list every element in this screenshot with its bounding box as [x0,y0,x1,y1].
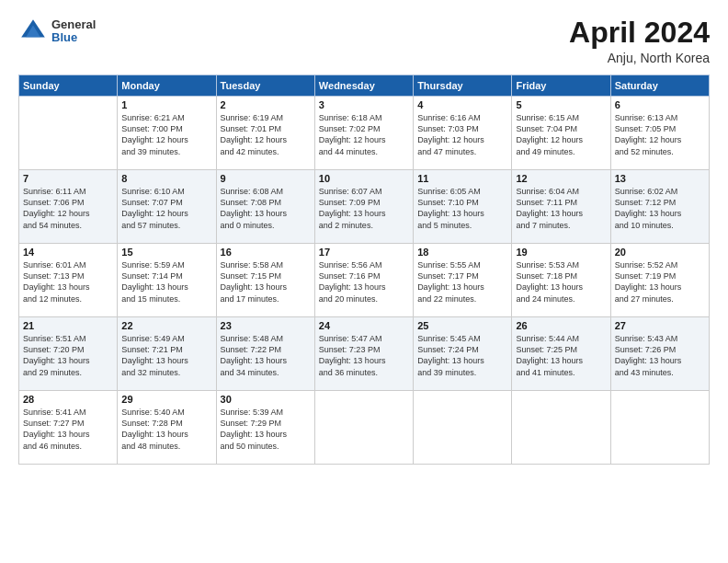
day-info: Sunrise: 6:04 AM Sunset: 7:11 PM Dayligh… [516,186,606,231]
date-number: 26 [516,320,606,331]
logo-blue-text: Blue [51,31,96,44]
day-info: Sunrise: 6:10 AM Sunset: 7:07 PM Dayligh… [121,186,211,231]
date-number: 14 [23,247,113,258]
date-number: 16 [221,247,311,258]
calendar-table: Sunday Monday Tuesday Wednesday Thursday… [18,75,710,465]
day-info: Sunrise: 6:05 AM Sunset: 7:10 PM Dayligh… [417,186,507,231]
date-number: 23 [221,320,311,331]
date-number: 19 [516,247,606,258]
logo-text: General Blue [51,18,96,45]
date-number: 1 [121,99,211,110]
day-info: Sunrise: 6:18 AM Sunset: 7:02 PM Dayligh… [319,112,409,157]
calendar-cell [512,391,610,465]
date-number: 7 [23,173,113,184]
calendar-cell: 7Sunrise: 6:11 AM Sunset: 7:06 PM Daylig… [19,170,118,244]
date-number: 21 [23,320,113,331]
day-info: Sunrise: 6:02 AM Sunset: 7:12 PM Dayligh… [615,186,705,231]
date-number: 5 [516,99,606,110]
date-number: 27 [615,320,705,331]
date-number: 10 [319,173,409,184]
calendar-cell: 19Sunrise: 5:53 AM Sunset: 7:18 PM Dayli… [512,244,610,317]
day-info: Sunrise: 6:16 AM Sunset: 7:03 PM Dayligh… [417,112,507,157]
date-number: 12 [516,173,606,184]
calendar-cell: 24Sunrise: 5:47 AM Sunset: 7:23 PM Dayli… [314,317,413,391]
day-info: Sunrise: 5:51 AM Sunset: 7:20 PM Dayligh… [23,333,113,378]
subtitle: Anju, North Korea [569,51,710,65]
day-info: Sunrise: 5:59 AM Sunset: 7:14 PM Dayligh… [121,259,211,304]
calendar-cell: 13Sunrise: 6:02 AM Sunset: 7:12 PM Dayli… [610,170,709,244]
week-row-4: 21Sunrise: 5:51 AM Sunset: 7:20 PM Dayli… [19,317,710,391]
col-monday: Monday [118,75,216,97]
calendar-cell: 14Sunrise: 6:01 AM Sunset: 7:13 PM Dayli… [19,244,118,317]
calendar-cell: 20Sunrise: 5:52 AM Sunset: 7:19 PM Dayli… [610,244,709,317]
calendar-cell: 15Sunrise: 5:59 AM Sunset: 7:14 PM Dayli… [118,244,216,317]
main-title: April 2024 [569,17,710,49]
date-number: 18 [417,247,507,258]
logo-icon [18,17,48,46]
date-number: 29 [121,394,211,405]
col-thursday: Thursday [414,75,512,97]
date-number: 9 [221,173,311,184]
date-number: 30 [221,394,311,405]
header-row: Sunday Monday Tuesday Wednesday Thursday… [19,75,710,97]
day-info: Sunrise: 6:21 AM Sunset: 7:00 PM Dayligh… [121,112,211,157]
week-row-5: 28Sunrise: 5:41 AM Sunset: 7:27 PM Dayli… [19,391,710,465]
day-info: Sunrise: 6:13 AM Sunset: 7:05 PM Dayligh… [615,112,705,157]
calendar-cell: 17Sunrise: 5:56 AM Sunset: 7:16 PM Dayli… [314,244,413,317]
date-number: 11 [417,173,507,184]
header: General Blue April 2024 Anju, North Kore… [18,17,710,65]
date-number: 3 [319,99,409,110]
day-info: Sunrise: 5:53 AM Sunset: 7:18 PM Dayligh… [516,259,606,304]
calendar-cell: 27Sunrise: 5:43 AM Sunset: 7:26 PM Dayli… [610,317,709,391]
calendar-cell [314,391,413,465]
calendar-cell: 26Sunrise: 5:44 AM Sunset: 7:25 PM Dayli… [512,317,610,391]
calendar-cell: 30Sunrise: 5:39 AM Sunset: 7:29 PM Dayli… [216,391,314,465]
day-info: Sunrise: 5:56 AM Sunset: 7:16 PM Dayligh… [319,259,409,304]
date-number: 17 [319,247,409,258]
calendar-cell: 9Sunrise: 6:08 AM Sunset: 7:08 PM Daylig… [216,170,314,244]
calendar-cell [414,391,512,465]
day-info: Sunrise: 5:45 AM Sunset: 7:24 PM Dayligh… [417,333,507,378]
calendar-cell: 29Sunrise: 5:40 AM Sunset: 7:28 PM Dayli… [118,391,216,465]
calendar-cell: 22Sunrise: 5:49 AM Sunset: 7:21 PM Dayli… [118,317,216,391]
day-info: Sunrise: 5:40 AM Sunset: 7:28 PM Dayligh… [121,407,211,452]
logo: General Blue [18,17,96,46]
date-number: 2 [221,99,311,110]
calendar-cell: 21Sunrise: 5:51 AM Sunset: 7:20 PM Dayli… [19,317,118,391]
week-row-3: 14Sunrise: 6:01 AM Sunset: 7:13 PM Dayli… [19,244,710,317]
calendar-cell: 11Sunrise: 6:05 AM Sunset: 7:10 PM Dayli… [414,170,512,244]
date-number: 24 [319,320,409,331]
date-number: 28 [23,394,113,405]
calendar-cell: 8Sunrise: 6:10 AM Sunset: 7:07 PM Daylig… [118,170,216,244]
date-number: 22 [121,320,211,331]
calendar-cell: 18Sunrise: 5:55 AM Sunset: 7:17 PM Dayli… [414,244,512,317]
day-info: Sunrise: 5:41 AM Sunset: 7:27 PM Dayligh… [23,407,113,452]
date-number: 4 [417,99,507,110]
day-info: Sunrise: 6:15 AM Sunset: 7:04 PM Dayligh… [516,112,606,157]
calendar-cell: 16Sunrise: 5:58 AM Sunset: 7:15 PM Dayli… [216,244,314,317]
col-wednesday: Wednesday [314,75,413,97]
week-row-2: 7Sunrise: 6:11 AM Sunset: 7:06 PM Daylig… [19,170,710,244]
week-row-1: 1Sunrise: 6:21 AM Sunset: 7:00 PM Daylig… [19,97,710,170]
col-saturday: Saturday [610,75,709,97]
date-number: 20 [615,247,705,258]
calendar-cell: 25Sunrise: 5:45 AM Sunset: 7:24 PM Dayli… [414,317,512,391]
day-info: Sunrise: 5:43 AM Sunset: 7:26 PM Dayligh… [615,333,705,378]
col-sunday: Sunday [19,75,118,97]
calendar-cell: 4Sunrise: 6:16 AM Sunset: 7:03 PM Daylig… [414,97,512,170]
date-number: 8 [121,173,211,184]
calendar-cell: 12Sunrise: 6:04 AM Sunset: 7:11 PM Dayli… [512,170,610,244]
day-info: Sunrise: 5:48 AM Sunset: 7:22 PM Dayligh… [221,333,311,378]
calendar-cell [610,391,709,465]
calendar-cell: 10Sunrise: 6:07 AM Sunset: 7:09 PM Dayli… [314,170,413,244]
calendar-cell: 6Sunrise: 6:13 AM Sunset: 7:05 PM Daylig… [610,97,709,170]
day-info: Sunrise: 5:58 AM Sunset: 7:15 PM Dayligh… [221,259,311,304]
calendar-cell: 28Sunrise: 5:41 AM Sunset: 7:27 PM Dayli… [19,391,118,465]
logo-general-text: General [51,18,96,31]
day-info: Sunrise: 5:47 AM Sunset: 7:23 PM Dayligh… [319,333,409,378]
day-info: Sunrise: 6:01 AM Sunset: 7:13 PM Dayligh… [23,259,113,304]
day-info: Sunrise: 6:08 AM Sunset: 7:08 PM Dayligh… [221,186,311,231]
calendar-cell: 3Sunrise: 6:18 AM Sunset: 7:02 PM Daylig… [314,97,413,170]
date-number: 13 [615,173,705,184]
col-friday: Friday [512,75,610,97]
